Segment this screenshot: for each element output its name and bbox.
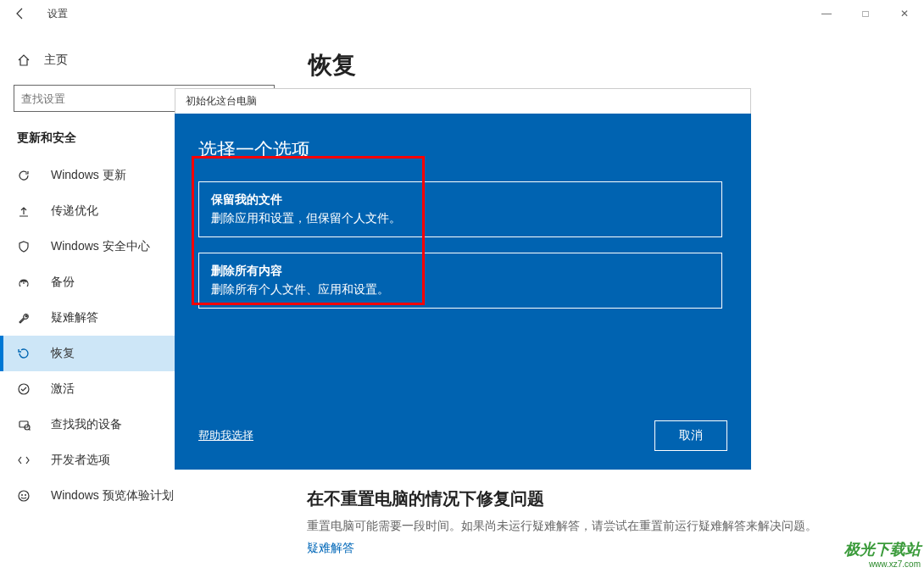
svg-point-6 (25, 494, 26, 496)
repair-section: 在不重置电脑的情况下修复问题 重置电脑可能需要一段时间。如果尚未运行疑难解答，请… (307, 487, 907, 556)
watermark-url: www.xz7.com (844, 559, 921, 570)
page-title: 恢复 (309, 49, 904, 81)
svg-point-1 (19, 384, 29, 394)
maximize-button[interactable]: □ (846, 0, 885, 27)
home-label: 主页 (44, 53, 68, 68)
home-icon (17, 53, 31, 67)
home-link[interactable]: 主页 (0, 44, 288, 76)
dialog-heading: 选择一个选项 (198, 137, 727, 163)
wrench-icon (17, 311, 32, 325)
sidebar-item-label: Windows 安全中心 (51, 239, 150, 254)
sidebar-item-label: 备份 (51, 275, 75, 290)
close-button[interactable]: ✕ (885, 0, 924, 27)
troubleshoot-link[interactable]: 疑难解答 (307, 541, 907, 556)
insider-icon (17, 489, 32, 503)
refresh-icon (17, 169, 32, 182)
sidebar-item-label: 恢复 (51, 346, 75, 361)
option-keep-files[interactable]: 保留我的文件 删除应用和设置，但保留个人文件。 (198, 181, 722, 237)
sidebar-item-label: 激活 (51, 381, 75, 397)
sidebar-item-insider[interactable]: Windows 预览体验计划 (0, 478, 288, 514)
option-desc: 删除所有个人文件、应用和设置。 (211, 282, 710, 298)
back-button[interactable] (0, 0, 41, 27)
sidebar-item-label: 疑难解答 (51, 310, 98, 325)
reset-pc-dialog: 初始化这台电脑 选择一个选项 保留我的文件 删除应用和设置，但保留个人文件。 删… (175, 88, 751, 470)
backup-icon (17, 275, 32, 289)
sidebar-item-label: 查找我的设备 (51, 417, 122, 432)
code-icon (17, 453, 32, 467)
option-desc: 删除应用和设置，但保留个人文件。 (211, 211, 710, 226)
svg-point-5 (21, 494, 23, 496)
sidebar-item-label: Windows 更新 (51, 168, 126, 183)
sidebar-item-label: 传递优化 (51, 203, 98, 219)
repair-text: 重置电脑可能需要一段时间。如果尚未运行疑难解答，请尝试在重置前运行疑难解答来解决… (307, 519, 907, 534)
option-title: 删除所有内容 (211, 264, 710, 279)
locate-icon (17, 418, 32, 431)
sidebar-item-label: Windows 预览体验计划 (51, 488, 174, 503)
check-icon (17, 382, 32, 396)
shield-icon (17, 240, 32, 253)
repair-heading: 在不重置电脑的情况下修复问题 (307, 487, 907, 510)
watermark-brand: 极光下载站 (844, 541, 921, 559)
option-remove-everything[interactable]: 删除所有内容 删除所有个人文件、应用和设置。 (198, 253, 722, 309)
dialog-title: 初始化这台电脑 (175, 88, 751, 114)
minimize-button[interactable]: — (807, 0, 846, 27)
watermark: 极光下载站 www.xz7.com (844, 541, 921, 570)
cancel-button[interactable]: 取消 (654, 420, 727, 451)
sidebar-item-label: 开发者选项 (51, 453, 110, 468)
recovery-icon (17, 347, 32, 360)
window-title: 设置 (47, 7, 68, 21)
option-title: 保留我的文件 (211, 192, 710, 208)
help-me-choose-link[interactable]: 帮助我选择 (198, 428, 253, 443)
upload-icon (17, 204, 32, 218)
svg-point-4 (19, 491, 29, 501)
